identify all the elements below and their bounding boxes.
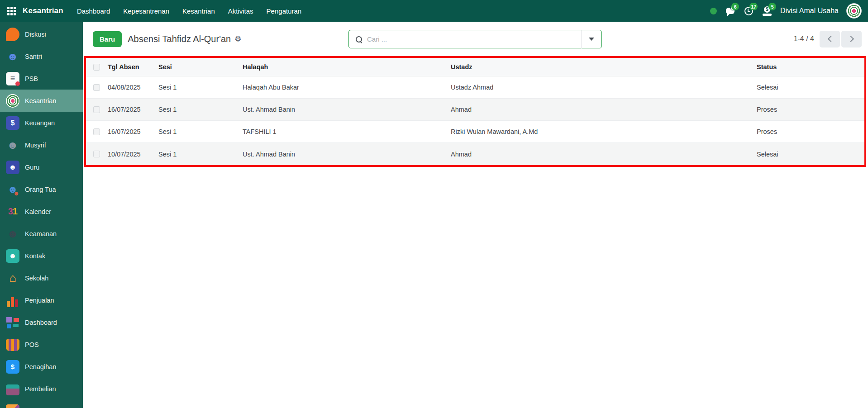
avatar[interactable] xyxy=(846,3,862,19)
app-brand-title: Kesantrian xyxy=(23,6,63,15)
presence-dot xyxy=(710,8,717,14)
pager-next-button[interactable] xyxy=(841,31,862,47)
menu-item-kesantrian[interactable]: Kesantrian xyxy=(182,7,215,15)
cell-sesi: Sesi 1 xyxy=(157,151,242,158)
search-box xyxy=(348,30,602,48)
table-row[interactable]: 10/07/2025 Sesi 1 Ust. Ahmad Banin Ahmad… xyxy=(86,143,864,165)
keuangan-icon: $ xyxy=(6,116,19,130)
sales-notifications-button[interactable]: 5 xyxy=(762,5,773,16)
sidebar-item-pembelian[interactable]: Pembelian xyxy=(0,378,83,400)
sidebar-item-kalender[interactable]: 31 Kalender xyxy=(0,200,83,223)
pager-range: 1-4 / 4 xyxy=(794,35,814,43)
sidebar-item-guru[interactable]: ☻ Guru xyxy=(0,156,83,178)
sales-badge: 5 xyxy=(768,3,776,10)
cell-halaqah: Halaqah Abu Bakar xyxy=(242,84,450,91)
new-record-button[interactable]: Baru xyxy=(93,31,122,47)
sidebar-item-penjualan[interactable]: Penjualan xyxy=(0,289,83,311)
cell-status: Proses xyxy=(756,106,864,113)
pos-icon xyxy=(6,339,19,351)
sidebar-item-sekolah[interactable]: ⌂ Sekolah xyxy=(0,267,83,289)
kontak-icon: ☻ xyxy=(6,249,19,263)
row-checkbox[interactable] xyxy=(93,106,100,113)
orang-tua-icon: ☻ xyxy=(6,183,19,196)
sidebar-item-penagihan[interactable]: $ Penagihan xyxy=(0,356,83,378)
column-header-tgl-absen[interactable]: Tgl Absen xyxy=(107,63,157,71)
sidebar-item-keuangan[interactable]: $ Keuangan xyxy=(0,112,83,134)
select-all-checkbox[interactable] xyxy=(93,64,100,71)
table-row[interactable]: 04/08/2025 Sesi 1 Halaqah Abu Bakar Usta… xyxy=(86,76,864,99)
column-header-status[interactable]: Status xyxy=(756,63,864,71)
discuss-icon xyxy=(6,28,19,41)
sidebar-item-dashboard[interactable]: Dashboard xyxy=(0,311,83,333)
sidebar-item-santri[interactable]: ☻ Santri xyxy=(0,45,83,67)
cell-halaqah: TAFSHILI 1 xyxy=(242,128,450,135)
sidebar-item-psb[interactable]: ≡ PSB xyxy=(0,67,83,90)
cell-ustadz: Rizki Wulan Mawardani, A.Md xyxy=(450,128,756,135)
chevron-down-icon xyxy=(589,38,594,41)
sidebar-item-orang-tua[interactable]: ☻ Orang Tua xyxy=(0,178,83,200)
cell-ustadz: Ustadz Ahmad xyxy=(450,84,756,91)
cell-halaqah: Ust. Ahmad Banin xyxy=(242,151,450,158)
search-filters-toggle[interactable] xyxy=(582,30,601,48)
pager-previous-button[interactable] xyxy=(820,31,840,47)
cell-tgl-absen: 10/07/2025 xyxy=(107,151,157,158)
sidebar-item-musyrif[interactable]: ☻ Musyrif xyxy=(0,134,83,156)
systray: 6 17 5 Divisi Amal Usaha xyxy=(710,3,868,19)
cell-status: Selesai xyxy=(756,151,864,158)
cell-ustadz: Ahmad xyxy=(450,151,756,158)
cell-tgl-absen: 04/08/2025 xyxy=(107,84,157,91)
dashboard-icon xyxy=(6,316,19,329)
row-checkbox[interactable] xyxy=(93,128,100,135)
cell-sesi: Sesi 1 xyxy=(157,84,242,91)
main-content: Baru Absensi Tahfidz Al-Qur'an ⚙ 1-4 / 4 xyxy=(83,22,868,408)
main-menu: Dashboard Kepesantrenan Kesantrian Aktiv… xyxy=(77,7,301,15)
column-header-sesi[interactable]: Sesi xyxy=(157,63,242,71)
psb-icon: ≡ xyxy=(6,72,19,85)
kalender-icon: 31 xyxy=(6,205,19,218)
search-icon xyxy=(356,36,362,43)
user-menu-name[interactable]: Divisi Amal Usaha xyxy=(780,7,839,15)
list-header: Tgl Absen Sesi Halaqah Ustadz Status xyxy=(86,58,864,76)
cell-status: Proses xyxy=(756,128,864,135)
table-row[interactable]: 16/07/2025 Sesi 1 TAFSHILI 1 Rizki Wulan… xyxy=(86,121,864,143)
sidebar-item-kontak[interactable]: ☻ Kontak xyxy=(0,245,83,267)
activities-button[interactable]: 17 xyxy=(743,5,754,16)
sekolah-icon: ⌂ xyxy=(6,271,19,285)
sidebar-item-stok-persediaan[interactable]: Stok Persediaan xyxy=(0,400,83,408)
apps-grid-icon xyxy=(7,7,16,15)
column-header-halaqah[interactable]: Halaqah xyxy=(242,63,450,71)
sidebar-item-pos[interactable]: POS xyxy=(0,333,83,356)
control-panel: Baru Absensi Tahfidz Al-Qur'an ⚙ 1-4 / 4 xyxy=(83,22,868,56)
sidebar-item-keamanan[interactable]: ☻ Keamanan xyxy=(0,223,83,245)
cell-tgl-absen: 16/07/2025 xyxy=(107,128,157,135)
menu-item-pengaturan[interactable]: Pengaturan xyxy=(267,7,302,15)
menu-item-dashboard[interactable]: Dashboard xyxy=(77,7,110,15)
sidebar-item-diskusi[interactable]: Diskusi xyxy=(0,23,83,45)
gear-icon[interactable]: ⚙ xyxy=(234,34,241,44)
table-row[interactable]: 16/07/2025 Sesi 1 Ust. Ahmad Banin Ahmad… xyxy=(86,99,864,121)
cell-status: Selesai xyxy=(756,84,864,91)
chevron-right-icon xyxy=(847,36,854,42)
column-header-ustadz[interactable]: Ustadz xyxy=(450,63,756,71)
page-title: Absensi Tahfidz Al-Qur'an xyxy=(128,34,231,44)
top-navbar: Kesantrian Dashboard Kepesantrenan Kesan… xyxy=(0,0,868,22)
cell-halaqah: Ust. Ahmad Banin xyxy=(242,106,450,113)
row-checkbox[interactable] xyxy=(93,84,100,91)
penjualan-icon xyxy=(6,294,19,307)
musyrif-icon: ☻ xyxy=(6,138,19,152)
pager: 1-4 / 4 xyxy=(794,22,862,56)
row-checkbox[interactable] xyxy=(93,151,100,157)
activities-badge: 17 xyxy=(749,3,758,10)
pembelian-icon xyxy=(6,384,19,395)
cell-ustadz: Ahmad xyxy=(450,106,756,113)
cell-sesi: Sesi 1 xyxy=(157,128,242,135)
view-title-wrap: Absensi Tahfidz Al-Qur'an ⚙ xyxy=(128,34,241,44)
messages-button[interactable]: 6 xyxy=(725,5,735,16)
apps-menu-button[interactable] xyxy=(0,0,23,22)
sidebar-item-kesantrian[interactable]: Kesantrian xyxy=(0,90,83,112)
keamanan-icon: ☻ xyxy=(6,227,19,241)
search-input[interactable] xyxy=(367,35,581,43)
cell-sesi: Sesi 1 xyxy=(157,106,242,113)
menu-item-kepesantrenan[interactable]: Kepesantrenan xyxy=(123,7,169,15)
menu-item-aktivitas[interactable]: Aktivitas xyxy=(228,7,253,15)
